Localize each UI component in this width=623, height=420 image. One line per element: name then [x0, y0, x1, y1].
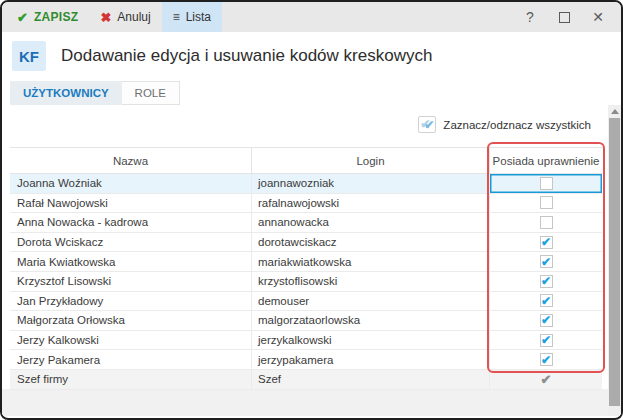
toggle-all-label: Zaznacz/odznacz wszystkich [443, 119, 591, 131]
cancel-button[interactable]: ✖ Anuluj [89, 2, 161, 32]
table-row[interactable]: Jerzy Pakamera jerzypakamera ✔ [10, 350, 602, 370]
cell-login: krzystoflisowski [252, 272, 490, 291]
cell-login: joannawozniak [252, 174, 490, 193]
help-button[interactable]: ? [517, 4, 543, 30]
table-row[interactable]: Krzysztof Lisowski krzystoflisowski ✔ [10, 272, 602, 292]
cell-name: Jan Przykładowy [10, 292, 252, 311]
maximize-icon [559, 12, 570, 23]
window-controls: ? ✕ [517, 4, 611, 30]
cell-permission: ✔ [490, 292, 602, 311]
cell-permission: ✔ [490, 233, 602, 252]
cell-name: Krzysztof Lisowski [10, 272, 252, 291]
cell-permission: ✔ [490, 272, 602, 291]
module-badge: KF [12, 41, 46, 71]
permission-checkbox[interactable]: ✔ [540, 275, 553, 288]
permission-checkbox[interactable] [540, 196, 553, 209]
scroll-up-icon[interactable] [611, 109, 619, 114]
bottom-strip [2, 389, 621, 416]
table-row[interactable]: Joanna Woźniak joannawozniak [10, 174, 602, 194]
cell-login: malgorzataorlowska [252, 311, 490, 330]
table-row[interactable]: Maria Kwiatkowska mariakwiatkowska ✔ [10, 252, 602, 272]
list-button-label: Lista [186, 10, 211, 24]
tab-uzytkownicy[interactable]: UŻYTKOWNICY [10, 81, 122, 105]
cell-name: Joanna Woźniak [10, 174, 252, 193]
table-row[interactable]: Jan Przykładowy demouser ✔ [10, 292, 602, 312]
permission-checkbox[interactable]: ✔ [540, 294, 553, 307]
permission-checkbox[interactable]: ✔ [540, 334, 553, 347]
permission-checkbox[interactable]: ✔ [540, 236, 553, 249]
cell-name: Anna Nowacka - kadrowa [10, 213, 252, 232]
vertical-scrollbar[interactable] [608, 105, 621, 416]
table-row[interactable]: Małgorzata Orłowska malgorzataorlowska ✔ [10, 311, 602, 331]
cell-login: annanowacka [252, 213, 490, 232]
cell-login: jerzykalkowski [252, 331, 490, 350]
permission-checkbox[interactable] [540, 216, 553, 229]
content-area: ✔✔ Zaznacz/odznacz wszystkich Nazwa Logi… [2, 105, 621, 416]
cell-permission: ✔ [490, 370, 602, 389]
help-icon: ? [526, 9, 534, 25]
readonly-check-icon: ✔ [541, 373, 552, 386]
cell-name: Dorota Wciskacz [10, 233, 252, 252]
table-row[interactable]: Szef firmy Szef ✔ [10, 370, 602, 390]
cell-name: Jerzy Pakamera [10, 350, 252, 369]
cell-login: demouser [252, 292, 490, 311]
cell-login: rafalnawojowski [252, 194, 490, 213]
cell-name: Maria Kwiatkowska [10, 252, 252, 271]
permission-checkbox[interactable]: ✔ [540, 314, 553, 327]
cell-permission [490, 174, 602, 193]
app-window: ✔ ZAPISZ ✖ Anuluj ≡ Lista ? ✕ KF Dodawan… [0, 0, 623, 420]
cell-name: Małgorzata Orłowska [10, 311, 252, 330]
cell-permission [490, 213, 602, 232]
cell-permission: ✔ [490, 350, 602, 369]
cell-name: Rafał Nawojowski [10, 194, 252, 213]
permission-checkbox[interactable] [540, 177, 553, 190]
toolbar: ✔ ZAPISZ ✖ Anuluj ≡ Lista ? ✕ [2, 2, 621, 32]
cell-login: dorotawciskacz [252, 233, 490, 252]
permissions-table: Nazwa Login Posiada uprawnienie Joanna W… [10, 147, 602, 390]
column-header-posiada-uprawnienie: Posiada uprawnienie [490, 148, 602, 173]
page-title: Dodawanie edycja i usuwanie kodów kresko… [61, 46, 432, 66]
table-row[interactable]: Anna Nowacka - kadrowa annanowacka [10, 213, 602, 233]
scrollbar-thumb[interactable] [609, 118, 620, 406]
tab-role[interactable]: ROLE [122, 81, 180, 105]
column-header-login: Login [252, 148, 490, 173]
save-button[interactable]: ✔ ZAPISZ [6, 2, 89, 32]
title-bar: KF Dodawanie edycja i usuwanie kodów kre… [2, 32, 621, 80]
table-row[interactable]: Dorota Wciskacz dorotawciskacz ✔ [10, 233, 602, 253]
maximize-button[interactable] [551, 4, 577, 30]
cancel-x-icon: ✖ [100, 11, 111, 24]
cell-permission: ✔ [490, 311, 602, 330]
table-row[interactable]: Jerzy Kalkowski jerzykalkowski ✔ [10, 331, 602, 351]
cell-name: Szef firmy [10, 370, 252, 389]
cell-permission [490, 194, 602, 213]
permission-checkbox[interactable]: ✔ [540, 353, 553, 366]
cell-login: Szef [252, 370, 490, 389]
table-header: Nazwa Login Posiada uprawnienie [10, 147, 602, 174]
list-button[interactable]: ≡ Lista [162, 2, 222, 32]
cell-login: jerzypakamera [252, 350, 490, 369]
close-icon: ✕ [592, 9, 604, 25]
cell-name: Jerzy Kalkowski [10, 331, 252, 350]
tab-bar: UŻYTKOWNICY ROLE [2, 80, 621, 105]
table-row[interactable]: Rafał Nawojowski rafalnawojowski [10, 194, 602, 214]
cell-login: mariakwiatkowska [252, 252, 490, 271]
hamburger-icon: ≡ [173, 11, 180, 23]
save-check-icon: ✔ [17, 11, 28, 24]
cancel-button-label: Anuluj [117, 10, 150, 24]
double-check-icon: ✔✔ [418, 116, 436, 133]
cell-permission: ✔ [490, 252, 602, 271]
column-header-nazwa: Nazwa [10, 148, 252, 173]
cell-permission: ✔ [490, 331, 602, 350]
permission-checkbox[interactable]: ✔ [540, 255, 553, 268]
toggle-all-link[interactable]: ✔✔ Zaznacz/odznacz wszystkich [418, 116, 591, 133]
close-button[interactable]: ✕ [585, 4, 611, 30]
table-body: Joanna Woźniak joannawozniak Rafał Nawoj… [10, 174, 602, 390]
save-button-label: ZAPISZ [34, 10, 78, 24]
